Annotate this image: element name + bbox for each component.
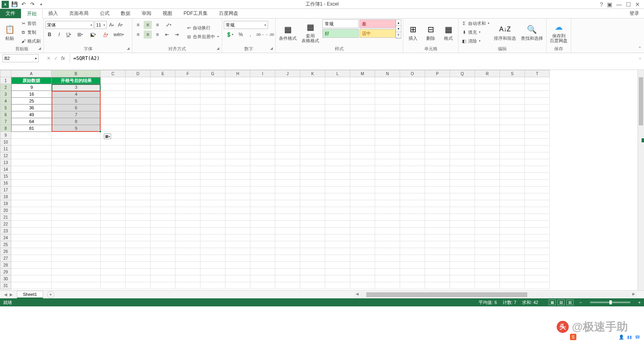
cell-S19[interactable] <box>500 200 525 207</box>
cell-E16[interactable] <box>151 180 175 187</box>
cell-F12[interactable] <box>175 152 200 159</box>
cell-P14[interactable] <box>425 166 450 173</box>
delete-cells-button[interactable]: ⊟删除 <box>423 19 439 45</box>
cell-N9[interactable] <box>375 132 400 139</box>
align-right-button[interactable]: ≡ <box>153 31 161 39</box>
cell-E1[interactable] <box>151 77 175 84</box>
cell-J18[interactable] <box>275 193 300 200</box>
view-page-break-button[interactable]: ▥ <box>566 300 574 305</box>
cell-J17[interactable] <box>275 187 300 193</box>
column-header-Q[interactable]: Q <box>450 70 475 77</box>
save-icon[interactable]: 💾 <box>11 1 18 8</box>
cell-I30[interactable] <box>250 275 275 282</box>
cell-T4[interactable] <box>525 98 550 105</box>
clipboard-launcher-icon[interactable]: ◢ <box>38 46 41 50</box>
column-header-N[interactable]: N <box>375 70 400 77</box>
cell-G2[interactable] <box>200 84 225 91</box>
qat-more-icon[interactable]: ▾ <box>38 1 44 8</box>
grow-font-button[interactable]: A▴ <box>107 21 116 29</box>
cell-I18[interactable] <box>250 193 275 200</box>
cell-C11[interactable] <box>101 146 126 152</box>
cell-K6[interactable] <box>300 111 325 118</box>
cell-N26[interactable] <box>375 248 400 255</box>
cell-A3[interactable]: 16 <box>11 91 52 98</box>
column-header-H[interactable]: H <box>225 70 250 77</box>
cell-H1[interactable] <box>225 77 250 84</box>
cell-J22[interactable] <box>275 221 300 228</box>
cell-O7[interactable] <box>400 118 425 125</box>
cell-E12[interactable] <box>151 152 175 159</box>
cell-O20[interactable] <box>400 207 425 214</box>
row-header-28[interactable]: 28 <box>0 262 11 269</box>
cell-F11[interactable] <box>175 146 200 152</box>
cell-M14[interactable] <box>350 166 375 173</box>
cell-M24[interactable] <box>350 234 375 241</box>
align-top-button[interactable]: ≡ <box>134 21 142 29</box>
cell-G12[interactable] <box>200 152 225 159</box>
cell-K31[interactable] <box>300 282 325 289</box>
cell-N7[interactable] <box>375 118 400 125</box>
cell-A11[interactable] <box>11 146 52 152</box>
cell-E21[interactable] <box>151 214 175 221</box>
format-cells-button[interactable]: ▦格式 <box>440 19 456 45</box>
collapse-ribbon-icon[interactable]: ⌃ <box>638 46 642 51</box>
decrease-decimal-button[interactable]: ←.00 <box>266 31 274 39</box>
cell-F4[interactable] <box>175 98 200 105</box>
cell-M20[interactable] <box>350 207 375 214</box>
cell-B6[interactable]: 7 <box>52 111 101 118</box>
cell-N6[interactable] <box>375 111 400 118</box>
cell-B4[interactable]: 5 <box>52 98 101 105</box>
cell-H25[interactable] <box>225 241 250 248</box>
horizontal-scrollbar[interactable]: ◀ ▶ <box>354 292 637 298</box>
cell-A21[interactable] <box>11 214 52 221</box>
cell-O19[interactable] <box>400 200 425 207</box>
cell-R9[interactable] <box>475 132 500 139</box>
cell-A16[interactable] <box>11 180 52 187</box>
column-header-P[interactable]: P <box>425 70 450 77</box>
view-page-layout-button[interactable]: ▤ <box>557 300 565 305</box>
cell-L31[interactable] <box>325 282 350 289</box>
cell-A25[interactable] <box>11 241 52 248</box>
cell-M9[interactable] <box>350 132 375 139</box>
number-launcher-icon[interactable]: ◢ <box>270 46 273 50</box>
cell-E6[interactable] <box>151 111 175 118</box>
tab-data[interactable]: 数据 <box>115 9 136 18</box>
cell-E20[interactable] <box>151 207 175 214</box>
cell-F9[interactable] <box>175 132 200 139</box>
cell-S18[interactable] <box>500 193 525 200</box>
cell-Q22[interactable] <box>450 221 475 228</box>
cell-O24[interactable] <box>400 234 425 241</box>
column-header-O[interactable]: O <box>400 70 425 77</box>
cell-A15[interactable] <box>11 173 52 180</box>
cell-K11[interactable] <box>300 146 325 152</box>
cell-I6[interactable] <box>250 111 275 118</box>
cut-button[interactable]: ✂剪切 <box>19 19 42 27</box>
cell-R5[interactable] <box>475 105 500 111</box>
cell-J28[interactable] <box>275 262 300 269</box>
autosum-button[interactable]: Σ自动求和▾ <box>460 19 491 27</box>
cell-K22[interactable] <box>300 221 325 228</box>
cell-N30[interactable] <box>375 275 400 282</box>
cell-C2[interactable] <box>101 84 126 91</box>
name-box[interactable]: B2▾ <box>2 54 39 62</box>
cell-J20[interactable] <box>275 207 300 214</box>
cell-S15[interactable] <box>500 173 525 180</box>
cell-P3[interactable] <box>425 91 450 98</box>
cell-K29[interactable] <box>300 269 325 275</box>
fill-color-button[interactable]: ⬕▾ <box>87 31 99 39</box>
align-middle-button[interactable]: ≡ <box>144 21 152 29</box>
cell-N3[interactable] <box>375 91 400 98</box>
cell-B27[interactable] <box>52 255 101 262</box>
row-header-21[interactable]: 21 <box>0 214 11 221</box>
cell-B9[interactable] <box>52 132 101 139</box>
cell-J23[interactable] <box>275 228 300 234</box>
cell-R2[interactable] <box>475 84 500 91</box>
tab-insert[interactable]: 插入 <box>43 9 64 18</box>
cell-D24[interactable] <box>126 234 151 241</box>
cell-Q4[interactable] <box>450 98 475 105</box>
zoom-out-button[interactable]: − <box>579 300 582 305</box>
cell-Q21[interactable] <box>450 214 475 221</box>
cell-G23[interactable] <box>200 228 225 234</box>
cell-T12[interactable] <box>525 152 550 159</box>
cell-M19[interactable] <box>350 200 375 207</box>
